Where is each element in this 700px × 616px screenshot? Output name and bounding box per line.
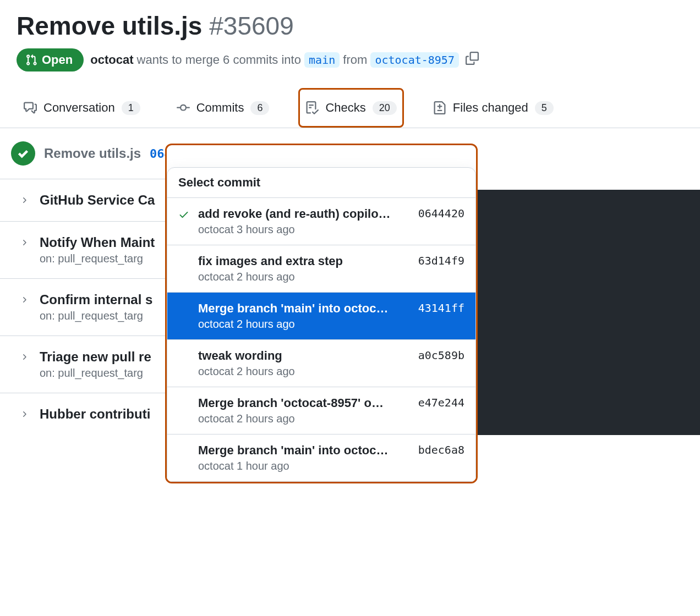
git-commit-icon <box>177 101 190 114</box>
commit-body: fix images and extra step octocat 2 hour… <box>198 254 411 283</box>
base-branch-chip[interactable]: main <box>304 52 340 68</box>
select-commit-popover: Select commit add revoke (and re-auth) c… <box>165 144 478 483</box>
commit-sha: e47e244 <box>418 396 464 409</box>
commit-body: Merge branch 'main' into octoc… octocat … <box>198 443 411 472</box>
commit-meta: octocat 2 hours ago <box>198 365 411 378</box>
chevron-right-icon <box>20 238 29 247</box>
commit-sha: a0c589b <box>418 349 464 362</box>
pr-tabs: Conversation 1 Commits 6 Checks 20 Files… <box>0 88 700 128</box>
commit-sha: bdec6a8 <box>418 443 464 457</box>
tab-files[interactable]: Files changed 5 <box>426 88 561 128</box>
commit-item[interactable]: Merge branch 'main' into octoc… octocat … <box>167 293 475 340</box>
popover-title: Select commit <box>167 168 475 198</box>
tab-checks[interactable]: Checks 20 <box>298 88 403 128</box>
commit-body: Merge branch 'main' into octoc… octocat … <box>198 301 411 331</box>
tab-commits[interactable]: Commits 6 <box>169 88 277 128</box>
chevron-right-icon <box>20 196 29 205</box>
checklist-icon <box>305 101 319 114</box>
commit-title: Merge branch 'main' into octoc… <box>198 301 411 316</box>
commit-body: Merge branch 'octocat-8957' o… octocat 2… <box>198 396 411 425</box>
commit-body: tweak wording octocat 2 hours ago <box>198 349 411 378</box>
head-branch-chip[interactable]: octocat-8957 <box>370 52 459 68</box>
pr-title: Remove utils.js #35609 <box>0 0 700 46</box>
commit-meta: octocat 2 hours ago <box>198 271 411 283</box>
copy-icon[interactable] <box>466 52 479 68</box>
pr-number: #35609 <box>209 12 294 40</box>
state-label: Open <box>42 53 73 67</box>
commit-title: Merge branch 'main' into octoc… <box>198 443 411 458</box>
git-pull-request-icon <box>25 54 37 66</box>
commit-meta: octocat 2 hours ago <box>198 413 411 425</box>
check-icon <box>178 209 190 222</box>
commit-item[interactable]: Merge branch 'octocat-8957' o… octocat 2… <box>167 387 475 435</box>
state-badge: Open <box>17 48 84 72</box>
commit-title: tweak wording <box>198 349 411 363</box>
commit-title: add revoke (and re-auth) copilo… <box>198 207 411 221</box>
merge-description: octocat wants to merge 6 commits into ma… <box>90 53 459 67</box>
commit-title: Merge branch 'octocat-8957' o… <box>198 396 411 410</box>
tab-count: 20 <box>373 101 397 115</box>
commit-item[interactable]: Merge branch 'main' into octoc… octocat … <box>167 435 475 481</box>
check-icon <box>17 147 30 160</box>
tab-count: 6 <box>250 101 269 115</box>
tab-label: Commits <box>196 101 244 115</box>
commit-sha: 0644420 <box>418 207 464 220</box>
commit-meta: octocat 2 hours ago <box>198 318 411 331</box>
commit-item[interactable]: fix images and extra step octocat 2 hour… <box>167 245 475 293</box>
file-diff-icon <box>433 101 446 114</box>
commit-meta: octocat 1 hour ago <box>198 460 411 472</box>
commit-title: fix images and extra step <box>198 254 411 268</box>
merge-mid2: from <box>340 53 370 67</box>
commit-item[interactable]: tweak wording octocat 2 hours ago a0c589… <box>167 340 475 387</box>
chevron-right-icon <box>20 295 29 304</box>
commit-meta: octocat 3 hours ago <box>198 223 411 236</box>
commit-name: Remove utils.js <box>44 146 141 161</box>
pr-title-text: Remove utils.js <box>17 12 202 40</box>
commit-body: add revoke (and re-auth) copilo… octocat… <box>198 207 411 236</box>
chevron-right-icon <box>20 353 29 361</box>
tab-label: Checks <box>325 101 365 115</box>
tab-count: 5 <box>535 101 554 115</box>
merge-mid1: wants to merge 6 commits into <box>133 53 304 67</box>
pr-meta-row: Open octocat wants to merge 6 commits in… <box>0 46 700 88</box>
tab-label: Conversation <box>43 101 115 115</box>
tab-count: 1 <box>122 101 140 115</box>
commit-sha: 43141ff <box>418 301 464 315</box>
commit-item[interactable]: add revoke (and re-auth) copilo… octocat… <box>167 198 475 245</box>
chevron-right-icon <box>20 410 29 419</box>
commit-sha: 63d14f9 <box>418 254 464 267</box>
comment-discussion-icon <box>24 101 37 114</box>
success-check-circle <box>11 141 35 166</box>
merge-author[interactable]: octocat <box>90 53 133 67</box>
tab-conversation[interactable]: Conversation 1 <box>17 88 147 128</box>
tab-label: Files changed <box>453 101 528 115</box>
content-area: Remove utils.js 0644420 GitHub Service C… <box>0 128 700 435</box>
